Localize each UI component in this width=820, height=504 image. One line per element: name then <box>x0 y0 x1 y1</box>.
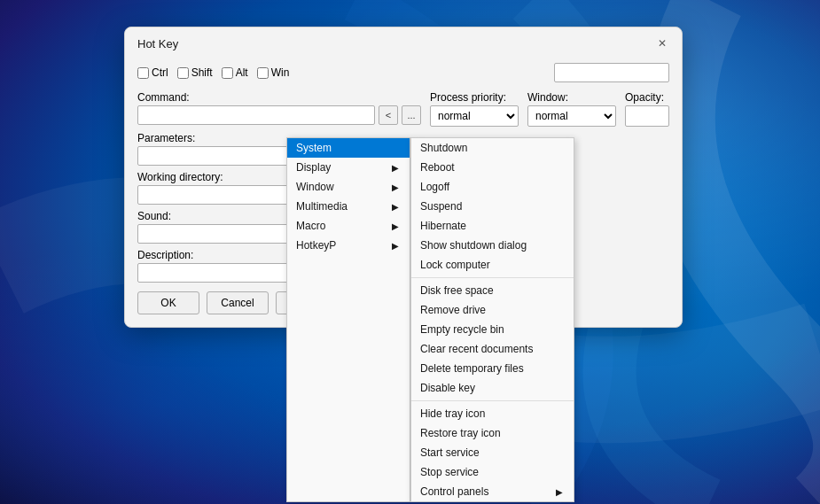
window-label: Window: <box>527 91 616 104</box>
menu-item-control-panels-label: Control panels <box>420 485 488 498</box>
system-submenu-panel: Shutdown Reboot Logoff Suspend Hibernate… <box>410 137 574 502</box>
ctrl-checkbox[interactable] <box>137 67 149 79</box>
hotkey-input[interactable] <box>554 63 669 82</box>
left-menu-panel: System Display ▶ Window ▶ Multimedia ▶ M… <box>286 137 410 502</box>
menu-item-display-label: Display <box>296 161 331 174</box>
menu-item-restore-tray-icon[interactable]: Restore tray icon <box>411 423 574 443</box>
dropdown-menus: System Display ▶ Window ▶ Multimedia ▶ M… <box>286 137 574 502</box>
menu-item-system[interactable]: System <box>287 138 410 158</box>
win-label: Win <box>271 66 290 79</box>
command-browse-button[interactable]: ... <box>402 105 421 125</box>
menu-item-reboot[interactable]: Reboot <box>411 158 574 177</box>
process-priority-group: Process priority: normal low high realti… <box>430 91 519 127</box>
menu-item-stop-service[interactable]: Stop service <box>411 462 574 482</box>
menu-item-remove-drive[interactable]: Remove drive <box>411 300 574 320</box>
win-checkbox[interactable] <box>257 67 269 79</box>
process-priority-label: Process priority: <box>430 91 519 104</box>
dialog-title: Hot Key <box>137 37 178 50</box>
menu-item-hibernate-label: Hibernate <box>420 220 466 232</box>
menu-item-start-service[interactable]: Start service <box>411 443 574 462</box>
menu-item-disable-key[interactable]: Disable key <box>411 378 574 398</box>
hotkeyp-arrow-icon: ▶ <box>392 241 399 251</box>
menu-item-empty-recycle-bin[interactable]: Empty recycle bin <box>411 320 574 339</box>
shift-label: Shift <box>191 66 213 79</box>
macro-arrow-icon: ▶ <box>392 221 399 231</box>
menu-item-hide-tray-icon-label: Hide tray icon <box>420 407 485 420</box>
dialog-titlebar: Hot Key ✕ <box>125 27 682 58</box>
menu-item-delete-temporary-files-label: Delete temporary files <box>420 362 524 375</box>
menu-item-shutdown-label: Shutdown <box>420 142 467 154</box>
window-select[interactable]: normal hidden maximized minimized <box>527 105 616 127</box>
window-group: Window: normal hidden maximized minimize… <box>527 91 616 127</box>
process-priority-select[interactable]: normal low high realtime <box>430 105 519 127</box>
command-input[interactable] <box>137 105 375 125</box>
alt-checkbox-label[interactable]: Alt <box>222 66 248 79</box>
opacity-group: Opacity: <box>625 91 669 127</box>
menu-item-shutdown[interactable]: Shutdown <box>411 138 574 158</box>
multimedia-arrow-icon: ▶ <box>392 202 399 212</box>
close-button[interactable]: ✕ <box>653 35 671 52</box>
menu-item-multimedia-label: Multimedia <box>296 200 348 213</box>
menu-item-display[interactable]: Display ▶ <box>287 158 410 177</box>
menu-item-lock-computer[interactable]: Lock computer <box>411 255 574 275</box>
separator-2 <box>411 400 574 401</box>
menu-item-remove-drive-label: Remove drive <box>420 304 486 316</box>
menu-item-suspend-label: Suspend <box>420 200 462 213</box>
alt-checkbox[interactable] <box>222 67 233 79</box>
menu-item-start-service-label: Start service <box>420 446 480 459</box>
menu-item-logoff[interactable]: Logoff <box>411 177 574 197</box>
menu-item-show-shutdown-dialog-label: Show shutdown dialog <box>420 239 527 252</box>
cancel-button[interactable]: Cancel <box>207 291 269 314</box>
menu-item-show-shutdown-dialog[interactable]: Show shutdown dialog <box>411 236 574 255</box>
window-arrow-icon: ▶ <box>392 182 399 192</box>
menu-item-disk-free-space-label: Disk free space <box>420 284 494 297</box>
menu-item-clear-recent-documents-label: Clear recent documents <box>420 343 533 355</box>
ctrl-checkbox-label[interactable]: Ctrl <box>137 66 168 79</box>
opacity-input[interactable] <box>625 105 669 127</box>
menu-item-stop-service-label: Stop service <box>420 466 479 478</box>
menu-item-macro-label: Macro <box>296 220 325 232</box>
menu-item-disk-free-space[interactable]: Disk free space <box>411 281 574 300</box>
shift-checkbox[interactable] <box>177 67 189 79</box>
display-arrow-icon: ▶ <box>392 163 399 173</box>
menu-item-hotkeyp-label: HotkeyP <box>296 239 336 252</box>
menu-item-empty-recycle-bin-label: Empty recycle bin <box>420 323 504 336</box>
menu-item-delete-temporary-files[interactable]: Delete temporary files <box>411 359 574 378</box>
menu-item-control-panels[interactable]: Control panels ▶ <box>411 482 574 501</box>
ctrl-label: Ctrl <box>152 66 168 79</box>
menu-item-window-label: Window <box>296 181 334 193</box>
menu-item-clear-recent-documents[interactable]: Clear recent documents <box>411 339 574 359</box>
menu-item-macro[interactable]: Macro ▶ <box>287 216 410 236</box>
modifier-keys-row: Ctrl Shift Alt Win <box>137 63 669 82</box>
menu-item-disable-key-label: Disable key <box>420 382 475 394</box>
menu-item-lock-computer-label: Lock computer <box>420 259 490 271</box>
separator-1 <box>411 277 574 278</box>
menu-item-system-label: System <box>296 142 332 154</box>
shift-checkbox-label[interactable]: Shift <box>177 66 213 79</box>
menu-item-logoff-label: Logoff <box>420 181 449 193</box>
command-back-button[interactable]: < <box>379 105 398 125</box>
control-panels-arrow-icon: ▶ <box>556 487 563 497</box>
command-label: Command: <box>137 91 421 104</box>
ok-button[interactable]: OK <box>137 291 199 314</box>
menu-item-reboot-label: Reboot <box>420 161 455 174</box>
alt-label: Alt <box>236 66 248 79</box>
menu-item-hibernate[interactable]: Hibernate <box>411 216 574 236</box>
menu-item-window[interactable]: Window ▶ <box>287 177 410 197</box>
menu-item-hide-tray-icon[interactable]: Hide tray icon <box>411 404 574 423</box>
win-checkbox-label[interactable]: Win <box>257 66 290 79</box>
opacity-label: Opacity: <box>625 91 669 104</box>
menu-item-multimedia[interactable]: Multimedia ▶ <box>287 197 410 216</box>
menu-item-hotkeyp[interactable]: HotkeyP ▶ <box>287 236 410 255</box>
menu-item-suspend[interactable]: Suspend <box>411 197 574 216</box>
menu-item-restore-tray-icon-label: Restore tray icon <box>420 427 501 439</box>
